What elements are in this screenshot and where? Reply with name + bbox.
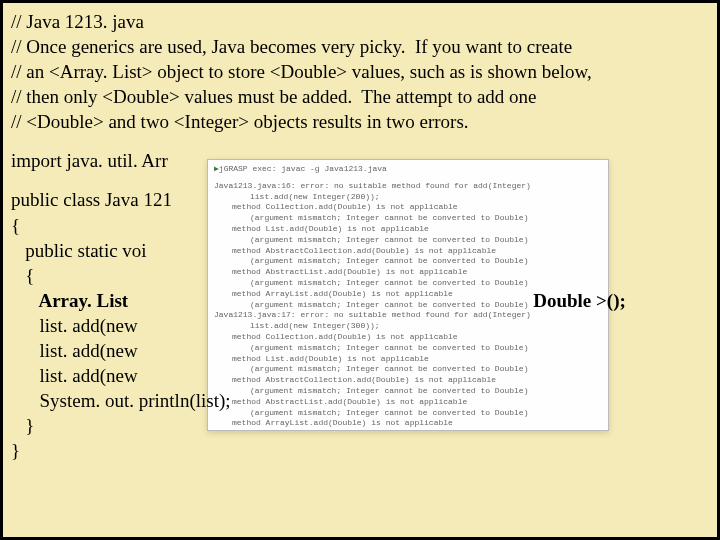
comment-line: // Java 1213. java [11, 9, 709, 34]
main-line: public static voi [11, 238, 709, 263]
brace-open-inner: { [11, 263, 709, 288]
add-call: list. add(new [11, 313, 709, 338]
add-call: list. add(new [11, 338, 709, 363]
class-line: public class Java 121 [11, 187, 709, 212]
add-call: list. add(new [11, 363, 709, 388]
comment-line: // then only <Double> values must be add… [11, 84, 709, 109]
decl-left: Array. List [11, 290, 128, 311]
decl-right: Double >(); [533, 290, 626, 311]
arraylist-decl: Array. ListDouble >(); [11, 288, 709, 313]
brace-open: { [11, 213, 709, 238]
code-panel: // Java 1213. java // Once generics are … [11, 9, 709, 463]
println-line: System. out. println(list); [11, 388, 709, 413]
comment-line: // an <Array. List> object to store <Dou… [11, 59, 709, 84]
brace-close-inner: } [11, 413, 709, 438]
comment-line: // <Double> and two <Integer> objects re… [11, 109, 709, 134]
brace-close: } [11, 438, 709, 463]
comment-line: // Once generics are used, Java becomes … [11, 34, 709, 59]
import-line: import java. util. Arr [11, 148, 709, 173]
